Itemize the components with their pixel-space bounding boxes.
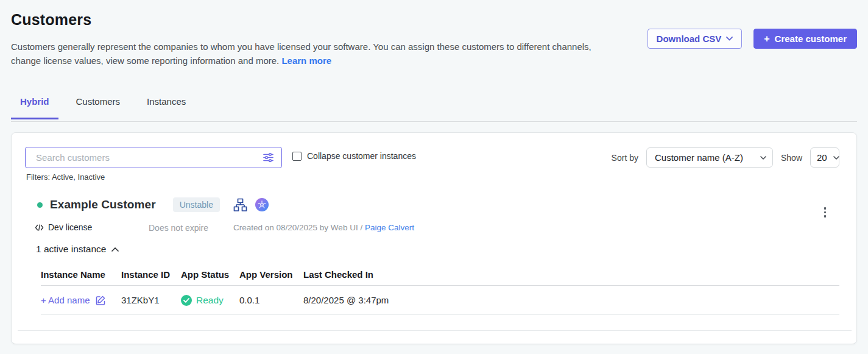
plus-icon: + xyxy=(764,34,769,44)
app-version: 0.0.1 xyxy=(239,295,303,305)
show-select-value: 20 xyxy=(817,152,827,163)
instances-table-header: Instance Name Instance ID App Status App… xyxy=(41,269,839,286)
app-status-text: Ready xyxy=(196,295,224,306)
page-description: Customers generally represent the compan… xyxy=(11,40,599,68)
license-expiry: Does not expire xyxy=(149,223,208,233)
chevron-down-icon xyxy=(760,156,766,160)
created-text: Created on 08/20/2025 by Web UI / xyxy=(233,223,365,232)
create-customer-button[interactable]: + Create customer xyxy=(753,29,857,49)
kubernetes-icon xyxy=(255,198,269,211)
active-status-dot-icon xyxy=(37,202,43,208)
created-by-link[interactable]: Paige Calvert xyxy=(365,223,414,232)
column-app-status: App Status xyxy=(181,269,239,280)
chevron-up-icon xyxy=(111,247,119,252)
column-instance-name: Instance Name xyxy=(41,269,121,280)
tab-bar: Hybrid Customers Instances xyxy=(11,96,203,119)
instances-table: Instance Name Instance ID App Status App… xyxy=(41,269,839,315)
tab-bar-divider xyxy=(11,121,857,122)
create-customer-label: Create customer xyxy=(775,34,847,44)
instances-toggle[interactable]: 1 active instance xyxy=(36,244,119,255)
collapse-instances-label: Collapse customer instances xyxy=(307,151,416,161)
list-controls: Sort by Customer name (A-Z) Show 20 xyxy=(612,147,839,168)
license-row: Dev license Does not expire Created on 0… xyxy=(12,222,856,233)
customer-menu-kebab-icon[interactable] xyxy=(822,205,829,220)
tab-instances[interactable]: Instances xyxy=(138,96,195,119)
search-input[interactable] xyxy=(26,147,263,168)
download-csv-button[interactable]: Download CSV xyxy=(647,29,743,49)
created-info: Created on 08/20/2025 by Web UI / Paige … xyxy=(233,223,414,232)
instances-summary: 1 active instance xyxy=(36,244,106,255)
page-title: Customers xyxy=(11,11,91,29)
check-circle-icon xyxy=(181,295,192,306)
show-label: Show xyxy=(781,153,802,163)
customers-panel: Collapse customer instances Sort by Cust… xyxy=(11,132,857,344)
add-name-label: + Add name xyxy=(41,295,90,305)
column-app-version: App Version xyxy=(239,269,303,280)
collapse-instances-control: Collapse customer instances xyxy=(292,151,416,161)
sort-by-label: Sort by xyxy=(612,153,638,163)
header-actions: Download CSV + Create customer xyxy=(647,29,857,49)
instance-id: 31ZKbY1 xyxy=(121,295,181,305)
last-checked-in: 8/20/2025 @ 3:47pm xyxy=(303,295,839,305)
card-bottom-divider xyxy=(18,330,852,331)
license-type: Dev license xyxy=(35,222,92,232)
instance-row: + Add name 31ZKbY1 Ready 0.0.1 xyxy=(41,286,839,315)
add-name-button[interactable]: + Add name xyxy=(41,295,121,306)
learn-more-link[interactable]: Learn more xyxy=(281,55,331,66)
sitemap-icon xyxy=(233,198,247,212)
column-last-checked-in: Last Checked In xyxy=(303,269,839,280)
active-filters-text: Filters: Active, Inactive xyxy=(26,172,105,182)
customers-page: Customers Download CSV + Create customer… xyxy=(0,0,868,354)
sort-select[interactable]: Customer name (A-Z) xyxy=(646,147,773,168)
chevron-down-icon xyxy=(833,156,839,160)
show-select[interactable]: 20 xyxy=(810,147,839,168)
filter-sliders-icon[interactable] xyxy=(263,152,274,163)
customer-name[interactable]: Example Customer xyxy=(50,198,156,211)
tab-customers[interactable]: Customers xyxy=(67,96,130,119)
search-box xyxy=(25,147,282,168)
license-type-label: Dev license xyxy=(48,222,92,232)
collapse-instances-checkbox[interactable] xyxy=(292,152,302,161)
code-icon xyxy=(35,224,44,232)
download-csv-label: Download CSV xyxy=(657,34,722,44)
chevron-down-icon xyxy=(726,37,733,41)
tab-hybrid[interactable]: Hybrid xyxy=(11,96,58,119)
edit-icon xyxy=(95,295,106,306)
column-instance-id: Instance ID xyxy=(121,269,181,280)
customer-header: Example Customer Unstable xyxy=(37,197,269,212)
sort-select-value: Customer name (A-Z) xyxy=(655,152,743,163)
channel-badge: Unstable xyxy=(173,197,220,212)
app-status: Ready xyxy=(181,295,239,306)
